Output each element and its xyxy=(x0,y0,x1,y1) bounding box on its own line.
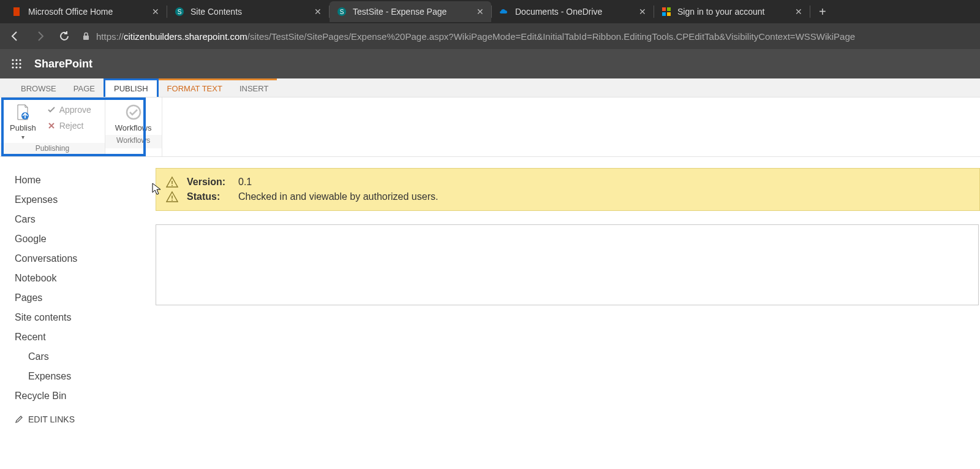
svg-rect-8 xyxy=(667,12,671,16)
nav-recycle-bin[interactable]: Recycle Bin xyxy=(15,386,156,406)
svg-point-15 xyxy=(19,63,21,64)
publish-button[interactable]: Publish ▾ xyxy=(6,101,40,142)
office-icon xyxy=(12,7,22,17)
status-banner: Version: 0.1 Status: Checked in and view… xyxy=(156,168,980,211)
workflows-icon xyxy=(124,102,143,122)
reload-icon[interactable] xyxy=(58,31,71,42)
close-icon[interactable]: ✕ xyxy=(314,7,322,16)
svg-point-22 xyxy=(172,185,173,186)
status-row-status: Status: Checked in and viewable by autho… xyxy=(166,189,970,204)
svg-rect-0 xyxy=(13,7,20,16)
content-area: Version: 0.1 Status: Checked in and view… xyxy=(156,157,980,305)
approve-button[interactable]: Approve xyxy=(45,104,94,116)
reject-label: Reject xyxy=(59,121,84,131)
url-host: citizenbuilders.sharepoint.com xyxy=(124,31,247,42)
warning-icon xyxy=(166,191,178,203)
reject-icon xyxy=(47,121,56,130)
nav-recent[interactable]: Recent xyxy=(15,327,156,347)
browser-chrome: Microsoft Office Home ✕ S Site Contents … xyxy=(0,0,980,49)
svg-point-17 xyxy=(15,66,17,68)
back-icon[interactable] xyxy=(9,30,22,42)
edit-links-label: EDIT LINKS xyxy=(28,414,75,424)
svg-point-14 xyxy=(15,63,17,64)
svg-point-10 xyxy=(12,59,13,61)
tab-browse[interactable]: BROWSE xyxy=(12,80,65,97)
new-tab-button[interactable]: + xyxy=(810,5,835,19)
close-icon[interactable]: ✕ xyxy=(795,7,802,16)
tab-page[interactable]: PAGE xyxy=(65,80,104,97)
url-path: /sites/TestSite/SitePages/Expense%20Page… xyxy=(247,31,855,42)
status-value: Checked in and viewable by authorized us… xyxy=(238,191,438,202)
ribbon-group-publishing: Publish ▾ Approve Reject Publishing xyxy=(0,97,105,156)
svg-point-13 xyxy=(12,63,13,64)
group-label-publishing: Publishing xyxy=(0,143,105,156)
svg-point-20 xyxy=(127,105,140,119)
nav-recent-expenses[interactable]: Expenses xyxy=(15,367,156,386)
chevron-down-icon: ▾ xyxy=(21,134,24,140)
tab-title: Site Contents xyxy=(190,7,308,17)
reject-button[interactable]: Reject xyxy=(45,120,94,132)
approve-icon xyxy=(47,105,56,114)
url-text: https://citizenbuilders.sharepoint.com/s… xyxy=(96,31,855,42)
svg-point-18 xyxy=(19,66,21,68)
version-value: 0.1 xyxy=(238,177,252,188)
status-row-version: Version: 0.1 xyxy=(166,175,970,189)
lock-icon xyxy=(82,32,90,40)
page-editor-area[interactable] xyxy=(156,224,979,305)
ribbon-tabs: BROWSE PAGE PUBLISH FORMAT TEXT INSERT xyxy=(0,78,980,97)
app-launcher-icon[interactable] xyxy=(11,58,22,69)
svg-point-12 xyxy=(19,59,21,61)
workflows-label: Workflows xyxy=(115,123,152,132)
publish-icon xyxy=(13,102,32,122)
tab-format-text[interactable]: FORMAT TEXT xyxy=(159,80,231,97)
tab-title: Microsoft Office Home xyxy=(28,7,146,17)
svg-rect-5 xyxy=(662,7,666,11)
svg-point-16 xyxy=(12,66,13,68)
warning-icon xyxy=(166,176,178,188)
nav-pages[interactable]: Pages xyxy=(15,288,156,308)
nav-cars[interactable]: Cars xyxy=(15,210,156,229)
nav-google[interactable]: Google xyxy=(15,229,156,249)
browser-tab[interactable]: Documents - OneDrive ✕ xyxy=(492,1,654,22)
tab-title: Documents - OneDrive xyxy=(515,7,633,17)
tab-insert[interactable]: INSERT xyxy=(231,80,277,97)
nav-home[interactable]: Home xyxy=(15,170,156,190)
suite-title[interactable]: SharePoint xyxy=(34,58,92,71)
close-icon[interactable]: ✕ xyxy=(477,7,484,16)
tab-title: TestSite - Expense Page xyxy=(353,7,470,17)
nav-conversations[interactable]: Conversations xyxy=(15,249,156,269)
ribbon-body: Publish ▾ Approve Reject Publishing xyxy=(0,97,980,157)
microsoft-icon xyxy=(662,7,671,17)
forward-icon[interactable] xyxy=(33,30,47,42)
close-icon[interactable]: ✕ xyxy=(152,7,159,16)
onedrive-icon xyxy=(499,7,509,17)
tab-strip: Microsoft Office Home ✕ S Site Contents … xyxy=(0,0,980,23)
left-nav: Home Expenses Cars Google Conversations … xyxy=(0,157,156,424)
browser-tab[interactable]: Microsoft Office Home ✕ xyxy=(5,1,167,22)
svg-rect-6 xyxy=(667,7,671,11)
nav-notebook[interactable]: Notebook xyxy=(15,269,156,288)
close-icon[interactable]: ✕ xyxy=(639,7,646,16)
svg-point-11 xyxy=(15,59,17,61)
browser-tab[interactable]: Sign in to your account ✕ xyxy=(654,1,810,22)
nav-recent-cars[interactable]: Cars xyxy=(15,347,156,367)
svg-point-24 xyxy=(172,200,173,201)
svg-rect-7 xyxy=(662,12,666,16)
sharepoint-icon: S xyxy=(175,7,184,17)
nav-site-contents[interactable]: Site contents xyxy=(15,308,156,327)
workflows-button[interactable]: Workflows xyxy=(111,101,156,134)
browser-tab-active[interactable]: S TestSite - Expense Page ✕ xyxy=(330,1,491,22)
url-field[interactable]: https://citizenbuilders.sharepoint.com/s… xyxy=(82,31,971,42)
url-scheme: https:// xyxy=(96,31,124,42)
approve-label: Approve xyxy=(59,105,91,115)
status-label: Status: xyxy=(187,191,230,202)
svg-text:S: S xyxy=(178,9,182,15)
nav-expenses[interactable]: Expenses xyxy=(15,190,156,210)
tab-publish[interactable]: PUBLISH xyxy=(104,78,159,97)
edit-links-button[interactable]: EDIT LINKS xyxy=(15,406,156,424)
suite-bar: SharePoint xyxy=(0,49,980,78)
address-bar: https://citizenbuilders.sharepoint.com/s… xyxy=(0,23,980,49)
ribbon-group-workflows: Workflows Workflows xyxy=(105,97,162,156)
publish-label: Publish xyxy=(10,123,36,132)
browser-tab[interactable]: S Site Contents ✕ xyxy=(167,1,329,22)
